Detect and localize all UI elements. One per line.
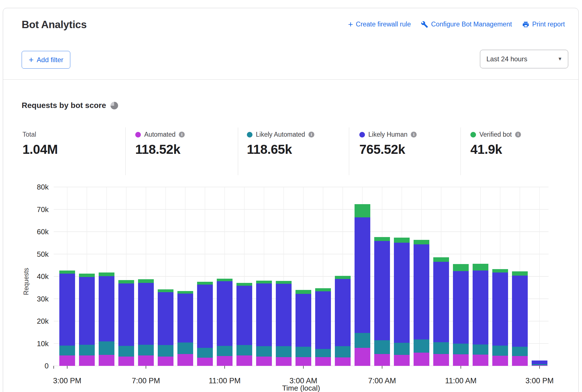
info-icon[interactable]: i: [411, 132, 417, 138]
bar-likely-human-200AM[interactable]: [276, 284, 292, 346]
bar-automated-600PM[interactable]: [118, 357, 134, 366]
bar-likely-automated-200AM[interactable]: [276, 346, 292, 357]
bar-likely-automated-300PM[interactable]: [532, 364, 547, 365]
configure-bot-management-link[interactable]: Configure Bot Management: [421, 21, 512, 28]
bar-likely-automated-100PM[interactable]: [492, 346, 508, 356]
bar-verified-bot-1100PM[interactable]: [217, 279, 233, 281]
bar-likely-automated-400AM[interactable]: [315, 349, 331, 357]
bar-automated-1100PM[interactable]: [217, 356, 233, 366]
bar-verified-bot-900PM[interactable]: [177, 291, 193, 294]
bar-automated-600AM[interactable]: [355, 348, 370, 366]
bar-likely-automated-600AM[interactable]: [355, 333, 370, 348]
bar-likely-human-700PM[interactable]: [138, 283, 154, 345]
time-range-select[interactable]: Last 24 hours ▼: [480, 50, 568, 68]
bar-verified-bot-400AM[interactable]: [315, 288, 331, 291]
bar-automated-500AM[interactable]: [335, 357, 351, 366]
info-icon[interactable]: i: [179, 132, 185, 138]
bar-automated-400AM[interactable]: [315, 357, 331, 366]
bar-likely-human-800AM[interactable]: [394, 243, 410, 343]
bar-likely-automated-800AM[interactable]: [394, 343, 410, 355]
bar-verified-bot-100PM[interactable]: [492, 269, 508, 273]
bar-automated-1000PM[interactable]: [197, 358, 213, 366]
bar-automated-1200PM[interactable]: [473, 355, 488, 366]
bar-likely-human-1200AM[interactable]: [236, 286, 252, 345]
bar-likely-automated-300PM[interactable]: [59, 346, 75, 355]
bar-verified-bot-300PM[interactable]: [59, 271, 75, 274]
create-firewall-rule-link[interactable]: + Create firewall rule: [348, 21, 411, 28]
bar-likely-human-400AM[interactable]: [315, 291, 331, 349]
bar-automated-300PM[interactable]: [532, 365, 547, 366]
bar-verified-bot-600PM[interactable]: [118, 280, 134, 284]
bar-verified-bot-1000AM[interactable]: [433, 257, 449, 262]
bar-verified-bot-700PM[interactable]: [138, 279, 154, 283]
bar-automated-200AM[interactable]: [276, 357, 292, 366]
bar-verified-bot-900AM[interactable]: [414, 240, 429, 244]
bar-verified-bot-300AM[interactable]: [295, 290, 311, 294]
bar-likely-automated-100AM[interactable]: [256, 346, 272, 357]
bar-likely-automated-600PM[interactable]: [118, 346, 134, 356]
bar-likely-automated-1000AM[interactable]: [433, 342, 449, 354]
bar-likely-automated-1200PM[interactable]: [473, 344, 488, 355]
bar-automated-100PM[interactable]: [492, 356, 508, 366]
bar-likely-human-100AM[interactable]: [256, 283, 272, 346]
bar-automated-800AM[interactable]: [394, 355, 410, 366]
bar-likely-human-900PM[interactable]: [177, 294, 193, 342]
bar-likely-automated-700PM[interactable]: [138, 345, 154, 355]
bar-likely-human-1000AM[interactable]: [433, 262, 449, 342]
bar-automated-400PM[interactable]: [79, 355, 95, 366]
bar-verified-bot-200PM[interactable]: [512, 271, 528, 276]
bar-likely-human-300PM[interactable]: [532, 361, 547, 364]
bar-likely-human-100PM[interactable]: [492, 272, 508, 346]
bar-likely-human-600AM[interactable]: [355, 217, 370, 333]
bar-automated-900AM[interactable]: [414, 353, 429, 366]
bar-likely-automated-500PM[interactable]: [99, 341, 114, 355]
bar-verified-bot-1200PM[interactable]: [473, 264, 488, 271]
bar-likely-automated-300AM[interactable]: [295, 347, 311, 357]
bar-likely-automated-1000PM[interactable]: [197, 348, 213, 358]
bar-likely-human-900AM[interactable]: [414, 244, 429, 340]
bar-likely-automated-500AM[interactable]: [335, 346, 351, 357]
bar-verified-bot-500PM[interactable]: [99, 272, 114, 276]
bar-likely-automated-1100PM[interactable]: [217, 346, 233, 356]
bar-verified-bot-1200AM[interactable]: [236, 283, 252, 286]
print-report-link[interactable]: Print report: [522, 21, 565, 28]
bar-likely-automated-800PM[interactable]: [158, 345, 173, 357]
bar-likely-human-200PM[interactable]: [512, 276, 528, 347]
bar-likely-automated-1100AM[interactable]: [453, 344, 469, 354]
bar-verified-bot-1000PM[interactable]: [197, 282, 213, 285]
add-filter-button[interactable]: + Add filter: [22, 51, 70, 69]
bar-verified-bot-300PM[interactable]: [532, 361, 547, 361]
bar-verified-bot-400PM[interactable]: [79, 274, 95, 277]
bar-likely-human-600PM[interactable]: [118, 283, 134, 346]
bar-automated-900PM[interactable]: [177, 354, 193, 366]
bar-likely-automated-400PM[interactable]: [79, 345, 95, 355]
bar-likely-human-300PM[interactable]: [59, 274, 75, 346]
bar-likely-human-700AM[interactable]: [374, 241, 390, 340]
bar-automated-300PM[interactable]: [59, 355, 75, 366]
bar-verified-bot-1100AM[interactable]: [453, 264, 469, 271]
info-icon[interactable]: i: [515, 132, 521, 138]
bar-verified-bot-100AM[interactable]: [256, 281, 272, 283]
bar-automated-700AM[interactable]: [374, 354, 390, 366]
bar-likely-human-800PM[interactable]: [158, 292, 173, 345]
bar-automated-500PM[interactable]: [99, 355, 114, 366]
bar-likely-human-500PM[interactable]: [99, 276, 114, 341]
bar-likely-human-400PM[interactable]: [79, 277, 95, 345]
bar-automated-1200AM[interactable]: [236, 355, 252, 366]
bar-verified-bot-800AM[interactable]: [394, 238, 410, 242]
bar-likely-automated-1200AM[interactable]: [236, 345, 252, 355]
bar-verified-bot-600AM[interactable]: [355, 204, 370, 217]
bar-verified-bot-700AM[interactable]: [374, 237, 390, 241]
bar-likely-automated-200PM[interactable]: [512, 347, 528, 356]
bar-likely-human-1200PM[interactable]: [473, 271, 488, 345]
bar-automated-700PM[interactable]: [138, 355, 154, 366]
bar-likely-automated-900PM[interactable]: [177, 343, 193, 354]
bar-automated-100AM[interactable]: [256, 357, 272, 366]
info-icon[interactable]: i: [308, 132, 314, 138]
bar-likely-human-300AM[interactable]: [295, 294, 311, 347]
bar-verified-bot-500AM[interactable]: [335, 276, 351, 279]
bar-automated-800PM[interactable]: [158, 357, 173, 366]
bar-likely-human-1100PM[interactable]: [217, 281, 233, 346]
bar-likely-human-500AM[interactable]: [335, 279, 351, 346]
bar-automated-1100AM[interactable]: [453, 354, 469, 366]
